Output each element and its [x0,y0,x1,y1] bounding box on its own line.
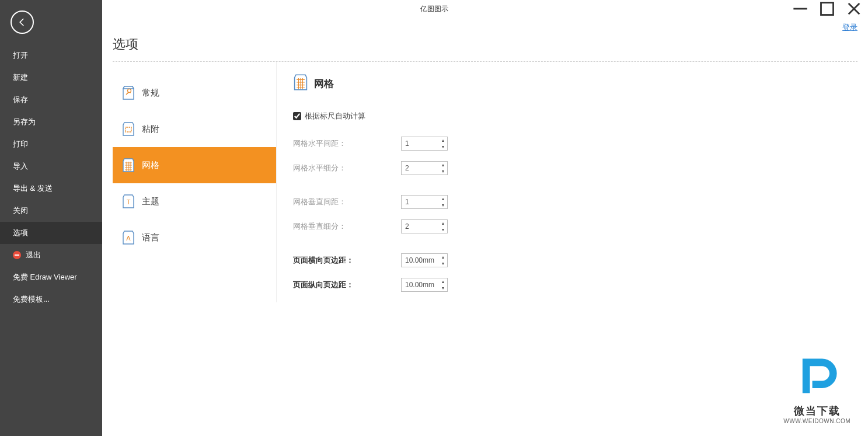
row-v-margin: 页面纵向页边距： ▲▼ [293,278,857,292]
sidebar-item-print[interactable]: 打印 [0,133,102,155]
content-wrap: 常规 粘附 网格 T 主题 A 语言 网格 [113,62,857,302]
v-spacing-spinner[interactable]: ▲▼ [401,195,448,209]
h-spacing-spinner[interactable]: ▲▼ [401,137,448,151]
tab-label: 网格 [142,160,159,171]
sidebar-label: 导出 & 发送 [13,183,53,194]
sidebar-label: 关闭 [13,205,28,216]
maximize-button[interactable] [819,1,835,17]
v-spacing-label: 网格垂直间距： [293,197,401,207]
sidebar-label: 免费模板... [13,294,50,305]
sidebar-item-open[interactable]: 打开 [0,44,102,67]
sidebar-label: 新建 [13,72,28,83]
section-header: 网格 [293,74,857,93]
spin-up[interactable]: ▲ [439,162,447,168]
spin-up[interactable]: ▲ [439,220,447,226]
row-v-spacing: 网格垂直间距： ▲▼ [293,195,857,209]
login-link[interactable]: 登录 [842,22,857,33]
spin-up[interactable]: ▲ [439,137,447,144]
spin-down[interactable]: ▼ [439,285,447,291]
row-h-subdiv: 网格水平细分： ▲▼ [293,161,857,175]
spin-down[interactable]: ▼ [439,260,447,267]
watermark: 微当下载 WWW.WEIDOWN.COM [783,351,850,424]
spin-down[interactable]: ▼ [439,226,447,233]
spin-down[interactable]: ▼ [439,144,447,150]
sidebar-item-templates[interactable]: 免费模板... [0,288,102,311]
sidebar-item-exit[interactable]: 退出 [0,244,102,266]
spin-down[interactable]: ▼ [439,168,447,175]
h-margin-label: 页面横向页边距： [293,255,401,266]
sidebar-menu: 打开 新建 保存 另存为 打印 导入 导出 & 发送 关闭 选项 退出 免费 E… [0,44,102,311]
sidebar-item-export[interactable]: 导出 & 发送 [0,177,102,200]
sidebar-label: 另存为 [13,117,36,127]
tab-label: 主题 [142,196,159,207]
spin-up[interactable]: ▲ [439,254,447,260]
svg-text:T: T [127,198,131,205]
snap-icon [122,121,135,137]
sidebar-item-close[interactable]: 关闭 [0,200,102,222]
settings-tabs: 常规 粘附 网格 T 主题 A 语言 [113,62,276,302]
row-h-margin: 页面横向页边距： ▲▼ [293,253,857,267]
grid-section-icon [293,74,308,93]
tab-label: 粘附 [142,124,159,135]
sidebar-item-save[interactable]: 保存 [0,89,102,111]
sidebar-label: 导入 [13,161,28,172]
h-subdiv-label: 网格水平细分： [293,163,401,173]
v-margin-label: 页面纵向页边距： [293,280,401,290]
main-area: 选项 常规 粘附 网格 T 主题 A 语言 [102,32,868,436]
tab-theme[interactable]: T 主题 [113,183,276,219]
auto-calc-row: 根据标尺自动计算 [293,111,857,121]
spin-up[interactable]: ▲ [439,196,447,202]
page-title: 选项 [113,36,857,53]
v-subdiv-spinner[interactable]: ▲▼ [401,219,448,233]
minimize-button[interactable] [792,1,808,17]
sidebar-item-saveas[interactable]: 另存为 [0,111,102,133]
tab-general[interactable]: 常规 [113,75,276,111]
window-controls [792,0,862,18]
spin-down[interactable]: ▼ [439,202,447,208]
titlebar: 亿图图示 [0,0,868,18]
tab-language[interactable]: A 语言 [113,219,276,256]
sidebar-label: 退出 [26,250,41,260]
row-v-subdiv: 网格垂直细分： ▲▼ [293,219,857,233]
tab-label: 语言 [142,232,159,243]
h-subdiv-spinner[interactable]: ▲▼ [401,161,448,175]
sidebar-label: 免费 Edraw Viewer [13,272,77,282]
auto-calc-label: 根据标尺自动计算 [305,111,365,121]
v-subdiv-label: 网格垂直细分： [293,221,401,232]
h-margin-spinner[interactable]: ▲▼ [401,253,448,267]
wrench-icon [122,85,135,100]
close-button[interactable] [846,1,862,17]
exit-icon [13,251,21,259]
tab-snap[interactable]: 粘附 [113,111,276,147]
sidebar-item-import[interactable]: 导入 [0,155,102,177]
settings-content: 网格 根据标尺自动计算 网格水平间距： ▲▼ 网格水平细分： ▲▼ 网格垂直间距… [276,62,857,302]
watermark-logo-icon [783,351,850,403]
section-title: 网格 [314,77,334,90]
h-spacing-label: 网格水平间距： [293,138,401,149]
svg-rect-1 [821,3,834,15]
watermark-url: WWW.WEIDOWN.COM [783,418,850,424]
watermark-text: 微当下载 [783,404,850,418]
sidebar-label: 打开 [13,50,28,61]
tab-grid[interactable]: 网格 [113,147,276,183]
tab-label: 常规 [142,88,159,99]
sidebar-item-options[interactable]: 选项 [0,222,102,244]
sidebar-item-viewer[interactable]: 免费 Edraw Viewer [0,266,102,288]
theme-icon: T [122,194,135,209]
sidebar-label: 打印 [13,139,28,149]
spin-up[interactable]: ▲ [439,278,447,285]
language-icon: A [122,230,135,245]
grid-icon [122,158,135,173]
v-margin-spinner[interactable]: ▲▼ [401,278,448,292]
svg-text:A: A [126,235,131,242]
auto-calc-checkbox[interactable] [293,112,301,120]
sidebar-label: 保存 [13,95,28,105]
sidebar-item-new[interactable]: 新建 [0,67,102,89]
app-title: 亿图图示 [420,4,448,14]
sidebar-label: 选项 [13,228,28,238]
row-h-spacing: 网格水平间距： ▲▼ [293,137,857,151]
sidebar: 打开 新建 保存 另存为 打印 导入 导出 & 发送 关闭 选项 退出 免费 E… [0,0,102,436]
arrow-left-icon [17,17,27,27]
